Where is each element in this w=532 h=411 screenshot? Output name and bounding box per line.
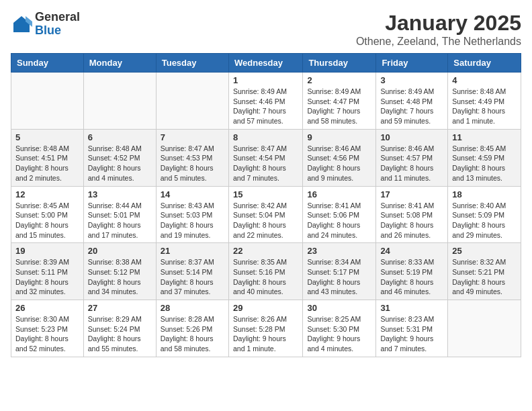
day-number: 20: [88, 246, 152, 256]
weekday-header-wednesday: Wednesday: [228, 54, 302, 73]
day-info: Sunrise: 8:39 AM Sunset: 5:11 PM Dayligh…: [15, 257, 79, 297]
weekday-header-row: SundayMondayTuesdayWednesdayThursdayFrid…: [11, 54, 521, 73]
calendar-day-cell: [156, 73, 228, 130]
day-number: 22: [233, 246, 298, 256]
logo-general: General: [35, 11, 80, 24]
day-number: 24: [380, 246, 443, 256]
day-number: 17: [380, 189, 443, 199]
day-info: Sunrise: 8:26 AM Sunset: 5:28 PM Dayligh…: [233, 314, 298, 354]
day-number: 2: [307, 75, 371, 85]
logo: General Blue: [11, 11, 80, 38]
day-info: Sunrise: 8:41 AM Sunset: 5:06 PM Dayligh…: [307, 201, 371, 240]
day-number: 23: [307, 246, 371, 256]
day-number: 7: [161, 132, 224, 142]
day-info: Sunrise: 8:49 AM Sunset: 4:46 PM Dayligh…: [233, 87, 298, 126]
day-number: 9: [307, 132, 371, 142]
day-info: Sunrise: 8:43 AM Sunset: 5:03 PM Dayligh…: [161, 201, 224, 240]
calendar-day-cell: [448, 300, 521, 357]
day-info: Sunrise: 8:47 AM Sunset: 4:53 PM Dayligh…: [161, 144, 224, 183]
day-info: Sunrise: 8:28 AM Sunset: 5:26 PM Dayligh…: [161, 314, 224, 354]
logo-text: General Blue: [35, 11, 80, 38]
calendar-day-cell: 1Sunrise: 8:49 AM Sunset: 4:46 PM Daylig…: [228, 73, 302, 130]
calendar-day-cell: 13Sunrise: 8:44 AM Sunset: 5:01 PM Dayli…: [83, 186, 156, 243]
day-number: 5: [15, 132, 79, 142]
day-info: Sunrise: 8:48 AM Sunset: 4:52 PM Dayligh…: [88, 144, 152, 183]
calendar-day-cell: 11Sunrise: 8:45 AM Sunset: 4:59 PM Dayli…: [448, 129, 521, 186]
day-number: 27: [88, 303, 152, 313]
calendar-day-cell: 3Sunrise: 8:49 AM Sunset: 4:48 PM Daylig…: [376, 73, 448, 130]
calendar-day-cell: 26Sunrise: 8:30 AM Sunset: 5:23 PM Dayli…: [11, 300, 84, 357]
calendar-day-cell: 4Sunrise: 8:48 AM Sunset: 4:49 PM Daylig…: [448, 73, 521, 130]
day-number: 13: [88, 189, 152, 199]
day-info: Sunrise: 8:29 AM Sunset: 5:24 PM Dayligh…: [88, 314, 152, 354]
calendar-day-cell: 27Sunrise: 8:29 AM Sunset: 5:24 PM Dayli…: [83, 300, 156, 357]
location-subtitle: Othene, Zeeland, The Netherlands: [356, 36, 521, 48]
day-number: 19: [15, 246, 79, 256]
calendar-day-cell: 19Sunrise: 8:39 AM Sunset: 5:11 PM Dayli…: [11, 243, 84, 300]
calendar-day-cell: 24Sunrise: 8:33 AM Sunset: 5:19 PM Dayli…: [376, 243, 448, 300]
calendar-day-cell: 9Sunrise: 8:46 AM Sunset: 4:56 PM Daylig…: [303, 129, 376, 186]
day-number: 16: [307, 189, 371, 199]
day-info: Sunrise: 8:25 AM Sunset: 5:30 PM Dayligh…: [307, 314, 371, 354]
logo-blue: Blue: [35, 24, 80, 38]
calendar-week-row: 12Sunrise: 8:45 AM Sunset: 5:00 PM Dayli…: [11, 186, 521, 243]
day-info: Sunrise: 8:23 AM Sunset: 5:31 PM Dayligh…: [380, 314, 443, 354]
calendar-day-cell: 22Sunrise: 8:35 AM Sunset: 5:16 PM Dayli…: [228, 243, 302, 300]
calendar-day-cell: 20Sunrise: 8:38 AM Sunset: 5:12 PM Dayli…: [83, 243, 156, 300]
day-number: 26: [15, 303, 79, 313]
day-info: Sunrise: 8:49 AM Sunset: 4:47 PM Dayligh…: [307, 87, 371, 126]
calendar-day-cell: 12Sunrise: 8:45 AM Sunset: 5:00 PM Dayli…: [11, 186, 84, 243]
calendar-day-cell: 31Sunrise: 8:23 AM Sunset: 5:31 PM Dayli…: [376, 300, 448, 357]
day-info: Sunrise: 8:37 AM Sunset: 5:14 PM Dayligh…: [161, 257, 224, 297]
calendar-day-cell: 28Sunrise: 8:28 AM Sunset: 5:26 PM Dayli…: [156, 300, 228, 357]
day-info: Sunrise: 8:49 AM Sunset: 4:48 PM Dayligh…: [380, 87, 443, 126]
day-info: Sunrise: 8:33 AM Sunset: 5:19 PM Dayligh…: [380, 257, 443, 297]
day-number: 11: [452, 132, 517, 142]
day-number: 10: [380, 132, 443, 142]
calendar-day-cell: 29Sunrise: 8:26 AM Sunset: 5:28 PM Dayli…: [228, 300, 302, 357]
day-info: Sunrise: 8:42 AM Sunset: 5:04 PM Dayligh…: [233, 201, 298, 240]
calendar-day-cell: [11, 73, 84, 130]
calendar-day-cell: 23Sunrise: 8:34 AM Sunset: 5:17 PM Dayli…: [303, 243, 376, 300]
weekday-header-thursday: Thursday: [303, 54, 376, 73]
day-number: 3: [380, 75, 443, 85]
day-info: Sunrise: 8:35 AM Sunset: 5:16 PM Dayligh…: [233, 257, 298, 297]
calendar-day-cell: 14Sunrise: 8:43 AM Sunset: 5:03 PM Dayli…: [156, 186, 228, 243]
day-number: 25: [452, 246, 517, 256]
calendar-table: SundayMondayTuesdayWednesdayThursdayFrid…: [11, 53, 521, 357]
day-info: Sunrise: 8:47 AM Sunset: 4:54 PM Dayligh…: [233, 144, 298, 183]
calendar-day-cell: 25Sunrise: 8:32 AM Sunset: 5:21 PM Dayli…: [448, 243, 521, 300]
calendar-day-cell: 5Sunrise: 8:48 AM Sunset: 4:51 PM Daylig…: [11, 129, 84, 186]
calendar-day-cell: 7Sunrise: 8:47 AM Sunset: 4:53 PM Daylig…: [156, 129, 228, 186]
day-info: Sunrise: 8:30 AM Sunset: 5:23 PM Dayligh…: [15, 314, 79, 354]
page-header: General Blue January 2025 Othene, Zeelan…: [11, 11, 521, 48]
weekday-header-tuesday: Tuesday: [156, 54, 228, 73]
day-number: 12: [15, 189, 79, 199]
calendar-day-cell: 2Sunrise: 8:49 AM Sunset: 4:47 PM Daylig…: [303, 73, 376, 130]
day-info: Sunrise: 8:44 AM Sunset: 5:01 PM Dayligh…: [88, 201, 152, 240]
calendar-day-cell: 8Sunrise: 8:47 AM Sunset: 4:54 PM Daylig…: [228, 129, 302, 186]
day-info: Sunrise: 8:48 AM Sunset: 4:49 PM Dayligh…: [452, 87, 517, 126]
day-number: 18: [452, 189, 517, 199]
calendar-day-cell: 6Sunrise: 8:48 AM Sunset: 4:52 PM Daylig…: [83, 129, 156, 186]
calendar-day-cell: 21Sunrise: 8:37 AM Sunset: 5:14 PM Dayli…: [156, 243, 228, 300]
calendar-day-cell: 30Sunrise: 8:25 AM Sunset: 5:30 PM Dayli…: [303, 300, 376, 357]
calendar-day-cell: 10Sunrise: 8:46 AM Sunset: 4:57 PM Dayli…: [376, 129, 448, 186]
calendar-day-cell: 15Sunrise: 8:42 AM Sunset: 5:04 PM Dayli…: [228, 186, 302, 243]
day-number: 21: [161, 246, 224, 256]
month-year-title: January 2025: [356, 11, 521, 36]
day-info: Sunrise: 8:45 AM Sunset: 5:00 PM Dayligh…: [15, 201, 79, 240]
calendar-day-cell: [83, 73, 156, 130]
day-info: Sunrise: 8:45 AM Sunset: 4:59 PM Dayligh…: [452, 144, 517, 183]
day-number: 4: [452, 75, 517, 85]
weekday-header-sunday: Sunday: [11, 54, 84, 73]
title-section: January 2025 Othene, Zeeland, The Nether…: [356, 11, 521, 48]
day-number: 30: [307, 303, 371, 313]
day-info: Sunrise: 8:38 AM Sunset: 5:12 PM Dayligh…: [88, 257, 152, 297]
calendar-week-row: 5Sunrise: 8:48 AM Sunset: 4:51 PM Daylig…: [11, 129, 521, 186]
day-info: Sunrise: 8:41 AM Sunset: 5:08 PM Dayligh…: [380, 201, 443, 240]
day-number: 14: [161, 189, 224, 199]
weekday-header-friday: Friday: [376, 54, 448, 73]
day-number: 15: [233, 189, 298, 199]
day-number: 8: [233, 132, 298, 142]
